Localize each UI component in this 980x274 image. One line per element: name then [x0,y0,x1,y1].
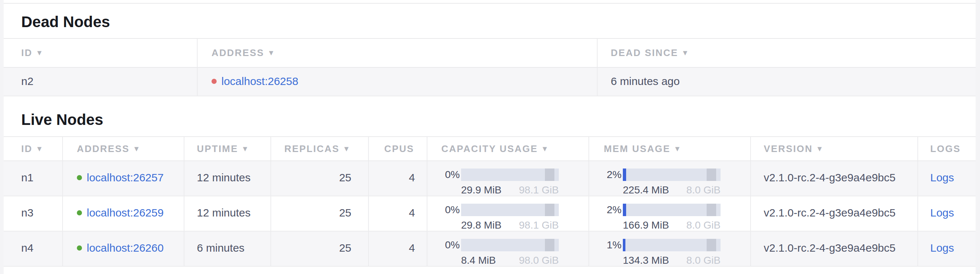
sort-arrow-icon: ▼ [36,49,44,57]
capacity-used: 29.8 MiB [461,220,502,231]
live-col-header-id[interactable]: ID ▼ [4,137,63,161]
content-panel: Dead Nodes ID ▼ ADDRESS ▼ DEAD SINCE ▼ n… [4,0,975,267]
sort-arrow-icon: ▼ [541,145,549,153]
sort-arrow-icon: ▼ [36,145,44,153]
live-col-header-replicas[interactable]: REPLICAS ▼ [271,137,369,161]
live-node-replicas: 25 [271,161,369,196]
sort-arrow-icon: ▼ [343,145,351,153]
logs-link[interactable]: Logs [930,207,954,219]
nodes-overview-page: Dead Nodes ID ▼ ADDRESS ▼ DEAD SINCE ▼ n… [0,0,980,274]
mem-percent: 2% [607,169,623,181]
live-col-header-capacity-usage[interactable]: CAPACITY USAGE ▼ [428,137,589,161]
mem-usage-bar [623,169,721,181]
logs-cell: Logs [918,196,975,231]
page-gutter-right [975,0,980,274]
sort-arrow-icon: ▼ [681,49,689,57]
live-node-id: n4 [4,231,63,266]
live-node-version: v2.1.0-rc.2-4-g3e9a4e9bc5 [751,161,918,196]
dead-nodes-header-row: ID ▼ ADDRESS ▼ DEAD SINCE ▼ [4,38,975,68]
capacity-percent: 0% [445,169,461,181]
mem-bar-fill [623,204,626,216]
node-status-dead-icon [212,79,216,84]
live-nodes-title: Live Nodes [4,96,975,136]
logs-link[interactable]: Logs [930,171,954,183]
mem-total: 8.0 GiB [687,185,721,196]
live-nodes-header-row: ID ▼ ADDRESS ▼ UPTIME ▼ REPLICAS ▼ CPUS … [4,136,975,161]
live-node-uptime: 12 minutes [185,161,271,196]
dead-col-header-id[interactable]: ID ▼ [4,39,197,67]
logs-cell: Logs [918,161,975,196]
dead-nodes-title: Dead Nodes [4,4,975,38]
mem-used: 225.4 MiB [623,185,669,196]
capacity-total: 98.1 GiB [519,185,559,196]
sort-arrow-icon: ▼ [242,145,250,153]
mem-bar-block [706,204,716,216]
top-divider [4,0,975,4]
capacity-usage-bar [461,239,559,251]
live-node-cpus: 4 [369,161,428,196]
node-status-live-icon [77,210,82,215]
mem-usage-cell: 1% 134.3 MiB 8.0 GiB [589,231,751,266]
mem-usage-cell: 2% 166.9 MiB 8.0 GiB [589,196,751,231]
live-node-version: v2.1.0-rc.2-4-g3e9a4e9bc5 [751,196,918,231]
capacity-usage-bar [461,204,559,216]
live-node-address-cell: localhost:26257 [63,161,185,196]
dead-node-row: n2 localhost:26258 6 minutes ago [4,68,975,96]
sort-arrow-icon: ▼ [674,145,682,153]
mem-usage-bar [623,204,721,216]
capacity-total: 98.1 GiB [519,220,559,231]
live-node-replicas: 25 [271,196,369,231]
live-col-header-cpus: CPUS [369,137,428,161]
mem-percent: 2% [607,204,623,216]
live-node-address-cell: localhost:26259 [63,196,185,231]
live-col-header-uptime[interactable]: UPTIME ▼ [185,137,271,161]
node-status-live-icon [77,175,82,180]
capacity-used: 8.4 MiB [461,255,496,266]
logs-link[interactable]: Logs [930,242,954,254]
capacity-usage-cell: 0% 8.4 MiB 98.0 GiB [428,231,589,266]
page-gutter-left [0,0,4,274]
capacity-percent: 0% [445,239,461,251]
mem-total: 8.0 GiB [687,255,721,266]
capacity-bar-block [545,204,554,216]
dead-node-address-cell: localhost:26258 [197,68,598,96]
capacity-percent: 0% [445,204,461,216]
live-node-row: n4 localhost:26260 6 minutes 25 4 0% [4,231,975,267]
dead-col-header-dead-since[interactable]: DEAD SINCE ▼ [598,39,975,67]
live-col-header-logs: LOGS [918,137,975,161]
live-node-address-cell: localhost:26260 [63,231,185,266]
live-node-id: n1 [4,161,63,196]
live-node-address-link[interactable]: localhost:26260 [87,241,164,255]
capacity-used: 29.9 MiB [461,185,502,196]
live-node-address-link[interactable]: localhost:26259 [87,206,164,220]
live-node-row: n3 localhost:26259 12 minutes 25 4 0% [4,196,975,231]
mem-used: 134.3 MiB [623,255,669,266]
live-col-header-address[interactable]: ADDRESS ▼ [63,137,185,161]
mem-total: 8.0 GiB [687,220,721,231]
capacity-usage-bar [461,169,559,181]
sort-arrow-icon: ▼ [267,49,275,57]
mem-bar-block [706,239,716,251]
live-node-address-link[interactable]: localhost:26257 [87,171,164,185]
capacity-bar-block [545,169,554,181]
live-col-header-mem-usage[interactable]: MEM USAGE ▼ [589,137,751,161]
live-node-cpus: 4 [369,231,428,266]
node-status-live-icon [77,245,82,250]
live-node-cpus: 4 [369,196,428,231]
live-node-replicas: 25 [271,231,369,266]
mem-bar-block [706,169,716,181]
capacity-total: 98.0 GiB [519,255,559,266]
sort-arrow-icon: ▼ [133,145,141,153]
mem-percent: 1% [607,239,623,251]
live-node-version: v2.1.0-rc.2-4-g3e9a4e9bc5 [751,231,918,266]
capacity-bar-block [545,239,554,251]
dead-node-dead-since: 6 minutes ago [598,68,975,96]
dead-node-address-link[interactable]: localhost:26258 [221,74,298,88]
dead-node-id: n2 [4,68,197,96]
live-node-uptime: 12 minutes [185,196,271,231]
live-col-header-version[interactable]: VERSION ▼ [751,137,918,161]
dead-col-header-address[interactable]: ADDRESS ▼ [197,39,598,67]
capacity-usage-cell: 0% 29.8 MiB 98.1 GiB [428,196,589,231]
mem-usage-cell: 2% 225.4 MiB 8.0 GiB [589,161,751,196]
mem-used: 166.9 MiB [623,220,669,231]
